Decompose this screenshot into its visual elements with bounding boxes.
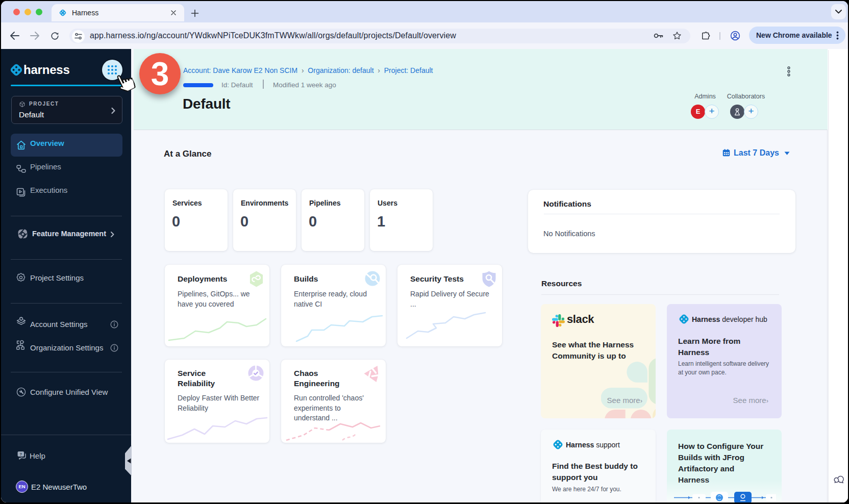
svg-text:?: ?: [20, 452, 22, 457]
